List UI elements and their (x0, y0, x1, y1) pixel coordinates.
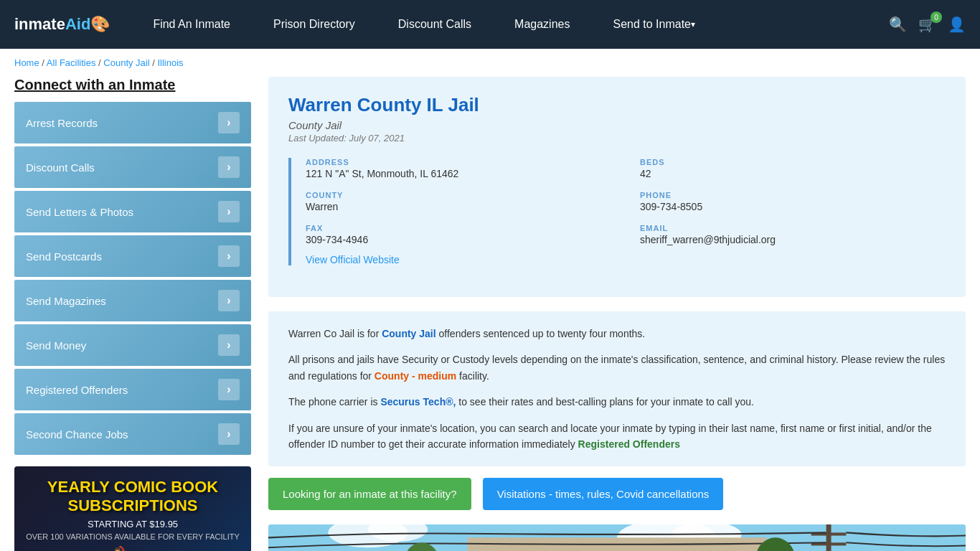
visitations-button[interactable]: Visitations - times, rules, Covid cancel… (483, 478, 724, 510)
ad-note: OVER 100 VARIATIONS AVAILABLE FOR EVERY … (26, 532, 240, 541)
sidebar-item-send-magazines[interactable]: Send Magazines › (14, 280, 251, 321)
desc-para-3: The phone carrier is Securus Tech®, to s… (288, 394, 946, 410)
sidebar: Connect with an Inmate Arrest Records › … (14, 77, 251, 551)
breadcrumb: Home / All Facilities / County Jail / Il… (0, 49, 980, 77)
email-block: EMAIL sheriff_warren@9thjudicial.org (640, 224, 946, 245)
detail-grid: ADDRESS 121 N "A" St, Monmouth, IL 61462… (306, 158, 946, 245)
breadcrumb-county-jail[interactable]: County Jail (103, 57, 149, 68)
fax-block: FAX 309-734-4946 (306, 224, 611, 245)
sidebar-item-send-postcards[interactable]: Send Postcards › (14, 235, 251, 277)
nav-magazines[interactable]: Magazines (493, 0, 591, 49)
sidebar-arrow-discount-calls: › (218, 156, 240, 178)
sidebar-item-second-chance-jobs[interactable]: Second Chance Jobs › (14, 413, 251, 455)
sidebar-item-send-money[interactable]: Send Money › (14, 324, 251, 366)
breadcrumb-illinois[interactable]: Illinois (157, 57, 183, 68)
phone-block: PHONE 309-734-8505 (640, 191, 946, 212)
breadcrumb-all-facilities[interactable]: All Facilities (47, 57, 96, 68)
ad-heroes: 🦸‍♂️🦇 (97, 545, 169, 551)
view-website-link[interactable]: View Official Website (306, 254, 400, 265)
main-nav: Find An Inmate Prison Directory Discount… (131, 0, 889, 49)
nav-discount-calls[interactable]: Discount Calls (377, 0, 493, 49)
sidebar-item-send-letters[interactable]: Send Letters & Photos › (14, 191, 251, 232)
county-block: COUNTY Warren (306, 191, 611, 212)
beds-value: 42 (640, 168, 946, 179)
address-value: 121 N "A" St, Monmouth, IL 61462 (306, 168, 611, 179)
action-buttons: Looking for an inmate at this facility? … (268, 478, 966, 510)
description-area: Warren Co Jail is for County Jail offend… (268, 311, 966, 466)
sidebar-item-registered-offenders[interactable]: Registered Offenders › (14, 369, 251, 410)
facility-updated: Last Updated: July 07, 2021 (288, 133, 946, 143)
desc-para-1: Warren Co Jail is for County Jail offend… (288, 326, 946, 342)
ad-banner[interactable]: YEARLY COMIC BOOKSUBSCRIPTIONS STARTING … (14, 466, 251, 551)
beds-label: BEDS (640, 158, 946, 166)
cart-badge: 0 (930, 11, 942, 23)
registered-offenders-link[interactable]: Registered Offenders (578, 438, 680, 450)
sidebar-arrow-registered-offenders: › (218, 379, 240, 400)
county-jail-link-1[interactable]: County Jail (382, 328, 435, 339)
nav-prison-directory[interactable]: Prison Directory (252, 0, 377, 49)
ad-subtitle: STARTING AT $19.95 (88, 519, 178, 529)
email-value: sheriff_warren@9thjudicial.org (640, 234, 946, 245)
search-icon[interactable]: 🔍 (889, 16, 907, 33)
sidebar-item-discount-calls[interactable]: Discount Calls › (14, 146, 251, 188)
building-svg (268, 524, 966, 551)
facility-details: ADDRESS 121 N "A" St, Monmouth, IL 61462… (288, 158, 946, 265)
logo[interactable]: inmateAid🎨 (14, 15, 110, 34)
sidebar-arrow-second-chance-jobs: › (218, 423, 240, 445)
breadcrumb-home[interactable]: Home (14, 57, 39, 68)
svg-rect-15 (826, 524, 831, 551)
fax-label: FAX (306, 224, 611, 232)
phone-value: 309-734-8505 (640, 201, 946, 212)
main-header: inmateAid🎨 Find An Inmate Prison Directo… (0, 0, 980, 49)
desc-para-4: If you are unsure of your inmate's locat… (288, 420, 946, 453)
email-label: EMAIL (640, 224, 946, 232)
address-label: ADDRESS (306, 158, 611, 166)
desc-para-2: All prisons and jails have Security or C… (288, 352, 946, 384)
facility-name: Warren County IL Jail (288, 94, 946, 116)
main-layout: Connect with an Inmate Arrest Records › … (0, 77, 980, 551)
facility-type: County Jail (288, 119, 946, 131)
fax-value: 309-734-4946 (306, 234, 611, 245)
sidebar-arrow-send-magazines: › (218, 290, 240, 311)
sidebar-item-arrest-records[interactable]: Arrest Records › (14, 102, 251, 143)
find-inmate-button[interactable]: Looking for an inmate at this facility? (268, 478, 471, 510)
sidebar-arrow-send-money: › (218, 334, 240, 356)
nav-send-to-inmate[interactable]: Send to Inmate (591, 0, 717, 49)
cart-icon[interactable]: 🛒 0 (918, 16, 936, 33)
county-value: Warren (306, 201, 611, 212)
sidebar-arrow-arrest-records: › (218, 112, 240, 133)
nav-find-inmate[interactable]: Find An Inmate (131, 0, 252, 49)
sidebar-title: Connect with an Inmate (14, 77, 251, 93)
header-icons: 🔍 🛒 0 👤 (889, 16, 966, 33)
county-label: COUNTY (306, 191, 611, 199)
sidebar-menu: Arrest Records › Discount Calls › Send L… (14, 102, 251, 455)
content-area: Warren County IL Jail County Jail Last U… (268, 77, 966, 551)
beds-block: BEDS 42 (640, 158, 946, 179)
securus-link[interactable]: Securus Tech®, (380, 396, 456, 408)
facility-photo (268, 524, 966, 551)
phone-label: PHONE (640, 191, 946, 199)
user-icon[interactable]: 👤 (948, 16, 966, 33)
ad-title: YEARLY COMIC BOOKSUBSCRIPTIONS (47, 478, 218, 516)
sidebar-arrow-send-postcards: › (218, 245, 240, 267)
facility-card: Warren County IL Jail County Jail Last U… (268, 77, 966, 297)
county-medium-link[interactable]: County - medium (374, 370, 456, 382)
address-block: ADDRESS 121 N "A" St, Monmouth, IL 61462 (306, 158, 611, 179)
sidebar-arrow-send-letters: › (218, 201, 240, 222)
